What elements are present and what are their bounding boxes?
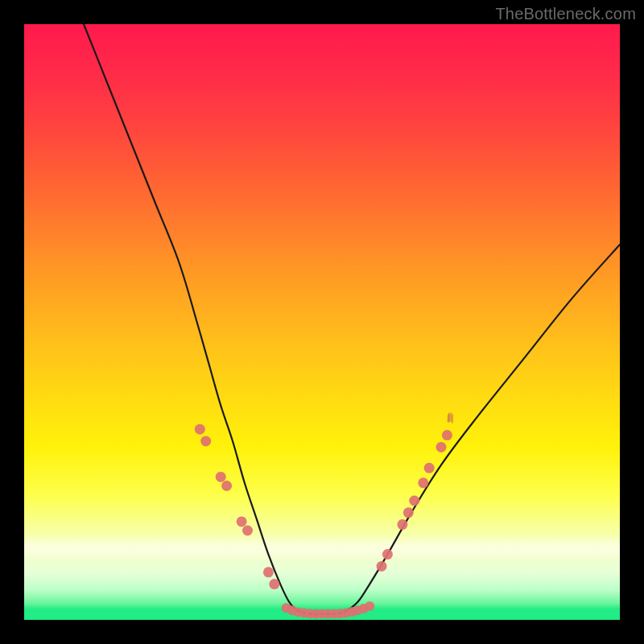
svg-point-14 bbox=[424, 463, 435, 473]
svg-point-2 bbox=[216, 472, 226, 482]
svg-point-9 bbox=[382, 549, 393, 559]
svg-point-4 bbox=[237, 516, 247, 526]
marker-dots-bottom bbox=[282, 601, 375, 619]
svg-point-10 bbox=[397, 519, 407, 530]
svg-point-7 bbox=[269, 579, 279, 589]
plot-area bbox=[24, 24, 620, 620]
bottleneck-curve bbox=[84, 24, 620, 614]
svg-point-31 bbox=[365, 601, 374, 611]
svg-point-16 bbox=[442, 430, 452, 440]
svg-point-0 bbox=[195, 424, 205, 435]
svg-point-3 bbox=[221, 481, 232, 491]
svg-point-8 bbox=[377, 561, 387, 572]
svg-point-11 bbox=[403, 507, 414, 518]
watermark-text: TheBottleneck.com bbox=[495, 5, 636, 23]
svg-point-5 bbox=[242, 526, 253, 536]
svg-point-6 bbox=[263, 567, 274, 577]
chart-frame: TheBottleneck.com bbox=[0, 0, 644, 644]
svg-point-1 bbox=[200, 436, 211, 447]
svg-point-15 bbox=[436, 442, 447, 452]
marker-dots-left bbox=[195, 424, 279, 589]
marker-dots-right bbox=[377, 430, 452, 572]
svg-point-13 bbox=[418, 477, 428, 488]
curve-layer bbox=[24, 24, 620, 620]
svg-point-12 bbox=[409, 496, 419, 506]
right-cluster-fuzz bbox=[448, 413, 452, 423]
